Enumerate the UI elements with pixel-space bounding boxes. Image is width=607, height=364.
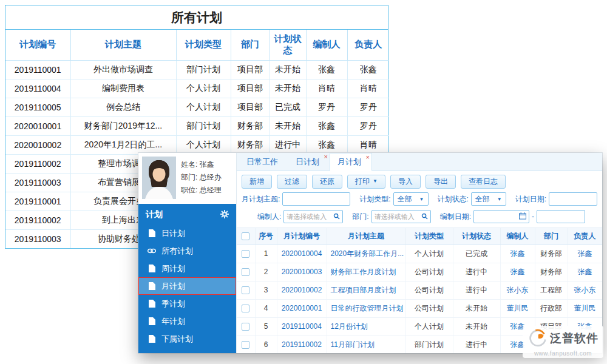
plan-type-cell: 部门计划 xyxy=(405,335,453,353)
table-row[interactable]: 4 2020010001 日常的行政管理月计划 公司计划 未开始 董川民 行政部… xyxy=(237,299,602,317)
tab-daily-work[interactable]: 日常工作 xyxy=(239,153,288,170)
compile-date-to-input[interactable] xyxy=(537,210,585,223)
owner-link[interactable]: 张鑫 xyxy=(568,263,602,281)
row-checkbox[interactable] xyxy=(242,305,249,312)
close-icon[interactable]: × xyxy=(366,154,370,161)
status-filter-value: 全部 xyxy=(475,194,490,204)
plan-no-link[interactable]: 2019110004 xyxy=(277,317,327,335)
search-icon[interactable] xyxy=(333,211,340,222)
compiler-link[interactable]: 张鑫 xyxy=(500,244,535,263)
owner-link[interactable]: 董川民 xyxy=(568,299,602,317)
name-label: 姓名: 张鑫 xyxy=(181,158,222,171)
plan-no-cell: 2019110002 xyxy=(5,211,70,229)
owner-cell: 罗丹 xyxy=(347,116,389,135)
plan-no-cell: 2019110002 xyxy=(5,154,70,173)
table-row[interactable]: 3 2020010002 工程项目部月度计划 公司计划 进行中 张小东 工程部 … xyxy=(237,281,602,299)
owner-cell: 肖晴 xyxy=(347,135,389,154)
compile-date-from-field[interactable] xyxy=(473,210,529,223)
owner-link[interactable]: 张小东 xyxy=(568,281,602,299)
sidebar-item-weekly-plan[interactable]: 周计划 xyxy=(138,260,236,277)
plan-no-cell: 2019110001 xyxy=(5,192,70,211)
compiler-link[interactable]: 张小东 xyxy=(500,281,535,299)
plan-type-cell: 公司计划 xyxy=(405,263,453,281)
caret-down-icon: ▼ xyxy=(373,179,378,184)
sidebar-item-monthly-plan[interactable]: 月计划 xyxy=(138,277,236,295)
compiler-link[interactable]: 董川民 xyxy=(500,299,535,317)
plan-subject-link[interactable]: 12月份计划 xyxy=(327,317,405,335)
sidebar-item-quarterly-plan[interactable]: 季计划 xyxy=(138,295,236,312)
plan-no-link[interactable]: 2020010002 xyxy=(277,281,327,299)
status-cell: 未开始 xyxy=(270,60,306,79)
import-button[interactable]: 导入 xyxy=(390,175,421,189)
compiler-filter-input[interactable] xyxy=(284,213,333,220)
all-plans-title: 所有计划 xyxy=(5,5,388,30)
close-icon[interactable]: × xyxy=(324,153,328,160)
table-row[interactable]: 2020010001 财务部门2019年12... 部门计划 财务部 未开始 张… xyxy=(5,116,389,135)
checkbox-cell xyxy=(237,263,255,281)
table-row[interactable]: 2020010002 2020年1月2日的工... 个人计划 财务部 进行中 张… xyxy=(5,135,389,154)
status-cell: 未开始 xyxy=(270,116,306,135)
table-header-row: 计划编号 计划主题 计划类型 部门 计划状态 编制人 负责人 xyxy=(5,30,389,60)
plan-subject-link[interactable]: 财务部工作月度计划 xyxy=(327,263,405,281)
dept-cell: 项目部 xyxy=(231,60,270,79)
sidebar-item-all-plans[interactable]: 所有计划 xyxy=(138,242,236,260)
add-button[interactable]: 新增 xyxy=(242,175,272,189)
plan-no-link[interactable]: 2020010001 xyxy=(277,299,327,317)
table-row[interactable]: 2019110001 外出做市场调查 部门计划 项目部 未开始 张鑫 张鑫 xyxy=(5,60,389,79)
calendar-icon[interactable] xyxy=(519,211,526,222)
row-checkbox[interactable] xyxy=(242,286,249,294)
row-checkbox[interactable] xyxy=(242,268,249,276)
sidebar-item-yearly-plan[interactable]: 年计划 xyxy=(138,312,236,330)
table-row[interactable]: 2 2020010003 财务部工作月度计划 公司计划 进行中 张鑫 财务部 张… xyxy=(237,263,602,281)
row-checkbox[interactable] xyxy=(242,341,249,349)
status-filter-select[interactable]: 全部 ▼ xyxy=(471,192,506,206)
column-header-owner: 负责人 xyxy=(347,30,389,60)
subject-filter-label: 月计划主题: xyxy=(242,194,280,204)
compile-date-filter-label: 编制日期: xyxy=(440,212,471,222)
fanpu-logo-icon xyxy=(527,328,547,349)
tab-daily-plan[interactable]: 日计划 × xyxy=(288,153,330,170)
dept-cell: 工程部 xyxy=(535,281,568,299)
subject-filter-input[interactable] xyxy=(282,192,350,206)
plan-no-link[interactable]: 2019110002 xyxy=(277,335,327,353)
table-row[interactable]: 1 2020010004 2020年财务部工作月... 个人计划 已完成 张鑫 … xyxy=(237,244,602,263)
gear-icon[interactable] xyxy=(220,210,229,220)
view-log-button[interactable]: 查看日志 xyxy=(461,175,506,189)
owner-link[interactable]: 张鑫 xyxy=(568,244,602,263)
dept-cell: 财务部 xyxy=(231,116,270,135)
compiler-filter-field[interactable] xyxy=(283,210,343,223)
date-range-separator: - xyxy=(532,212,534,221)
row-checkbox[interactable] xyxy=(242,323,249,331)
print-button[interactable]: 打印 ▼ xyxy=(347,175,385,189)
dept-filter-field[interactable] xyxy=(371,210,431,223)
search-icon[interactable] xyxy=(421,211,428,222)
type-filter-select[interactable]: 全部 ▼ xyxy=(393,192,429,206)
compiler-link[interactable]: 张鑫 xyxy=(500,263,535,281)
table-row[interactable]: 2019110005 例会总结 个人计划 项目部 已完成 罗丹 罗丹 xyxy=(5,98,389,116)
filter-button[interactable]: 过滤 xyxy=(277,175,307,189)
dept-filter-input[interactable] xyxy=(372,213,421,220)
plan-no-link[interactable]: 2020010004 xyxy=(277,244,327,263)
left-panel: 姓名: 张鑫 部门: 总经办 职位: 总经理 计划 xyxy=(138,153,237,353)
tab-monthly-plan[interactable]: 月计划 × xyxy=(330,153,372,171)
type-filter-label: 计划类型: xyxy=(359,194,390,204)
plan-subject-link[interactable]: 工程项目部月度计划 xyxy=(327,281,405,299)
plan-subject-link[interactable]: 2020年财务部工作月... xyxy=(327,244,405,263)
plan-subject-link[interactable]: 11月部门计划 xyxy=(327,335,405,353)
table-row[interactable]: 2019110004 编制费用表 个人计划 项目部 未开始 肖晴 肖晴 xyxy=(5,79,389,98)
plan-subject-link[interactable]: 日常的行政管理月计划 xyxy=(327,299,405,317)
avatar xyxy=(142,157,176,199)
plan-date-input[interactable] xyxy=(549,192,597,206)
row-checkbox[interactable] xyxy=(242,250,249,258)
sidebar-item-daily-plan[interactable]: 日计划 xyxy=(138,224,236,242)
sidebar-item-subordinate-plans[interactable]: 下属计划 xyxy=(138,330,236,348)
column-header-type: 计划类型 xyxy=(405,228,453,244)
checkbox-cell xyxy=(237,317,255,335)
restore-button[interactable]: 还原 xyxy=(312,175,342,189)
export-button[interactable]: 导出 xyxy=(426,175,456,189)
select-all-checkbox[interactable] xyxy=(242,232,249,240)
column-header-type: 计划类型 xyxy=(176,30,231,60)
compile-date-from-input[interactable] xyxy=(474,213,519,220)
serial-cell: 1 xyxy=(255,244,277,263)
plan-no-link[interactable]: 2020010003 xyxy=(277,263,327,281)
